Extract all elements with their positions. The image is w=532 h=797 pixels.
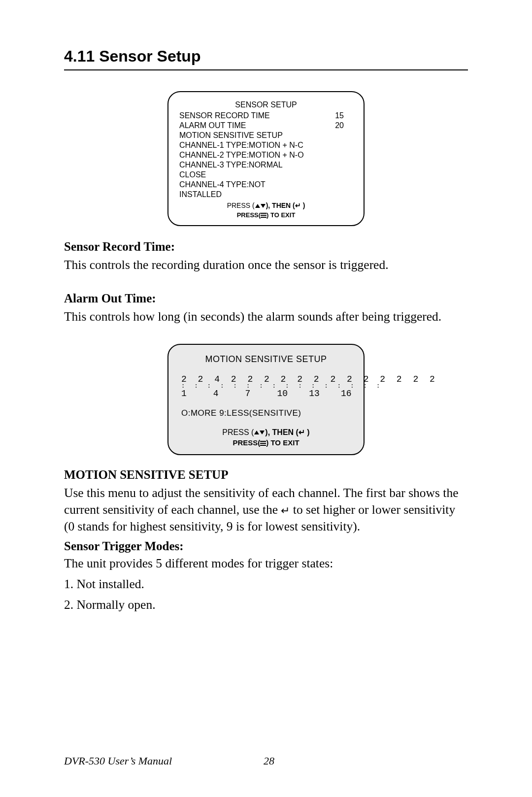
row-label: ALARM OUT TIME bbox=[179, 121, 246, 131]
row-value: 15 bbox=[335, 111, 353, 121]
motion-sensitive-screen-inner: MOTION SENSITIVE SETUP 2 2 4 2 2 2 2 2 2… bbox=[167, 344, 365, 455]
up-arrow-icon bbox=[255, 204, 260, 208]
screen1-title: SENSOR SETUP bbox=[179, 100, 353, 110]
screen1-line: CHANNEL-1 TYPE:MOTION + N-C bbox=[179, 140, 353, 150]
alarm-out-time-label: Alarm Out Time: bbox=[64, 292, 468, 305]
page-footer: DVR-530 User’s Manual 28 bbox=[64, 755, 172, 767]
sensitivity-legend: O:MORE 9:LESS(SENSITIVE) bbox=[181, 408, 351, 418]
section-heading: 4.11 Sensor Setup bbox=[64, 47, 468, 66]
screen2-press-line-1: PRESS (), THEN (↵ ) bbox=[181, 428, 351, 437]
press-text: ) TO EXIT bbox=[266, 211, 295, 219]
trigger-item: 2. Normally open. bbox=[64, 598, 468, 612]
screen1-line: CHANNEL-2 TYPE:MOTION + N-O bbox=[179, 150, 353, 160]
enter-icon: ↵ bbox=[299, 428, 305, 436]
sensor-setup-screen-inner: SENSOR SETUP SENSOR RECORD TIME 15 ALARM… bbox=[167, 91, 365, 226]
screen1-press-line-1: PRESS (), THEN (↵ ) bbox=[179, 201, 353, 210]
press-text: ) bbox=[301, 201, 305, 209]
screen1-line: CLOSE bbox=[179, 170, 353, 180]
sensor-record-time-label: Sensor Record Time: bbox=[64, 240, 468, 254]
sensitivity-index-row: 1 4 7 10 13 16 bbox=[181, 388, 351, 399]
section-rule bbox=[64, 69, 468, 70]
row-value: 20 bbox=[335, 121, 353, 131]
screen1-line: CHANNEL-3 TYPE:NORMAL bbox=[179, 160, 353, 170]
down-arrow-icon bbox=[261, 204, 266, 208]
up-arrow-icon bbox=[254, 431, 259, 434]
footer-page-number: 28 bbox=[264, 755, 274, 767]
screen1-line: MOTION SENSITIVE SETUP bbox=[179, 131, 353, 140]
screen1-line: CHANNEL-4 TYPE:NOT bbox=[179, 180, 353, 190]
screen2-press-line-2: PRESS() TO EXIT bbox=[181, 438, 351, 448]
enter-icon: ↵ bbox=[295, 201, 301, 209]
down-arrow-icon bbox=[260, 431, 265, 434]
trigger-intro: The unit provides 5 different modes for … bbox=[64, 556, 468, 571]
sensor-record-time-text: This controls the recording duration onc… bbox=[64, 257, 468, 273]
screen1-press-line-2: PRESS() TO EXIT bbox=[179, 211, 353, 219]
press-text: PRESS( bbox=[237, 211, 261, 219]
sensor-trigger-modes-label: Sensor Trigger Modes: bbox=[64, 539, 468, 553]
enter-icon: ↵ bbox=[281, 503, 290, 518]
sensor-setup-screen: SENSOR SETUP SENSOR RECORD TIME 15 ALARM… bbox=[167, 91, 365, 226]
menu-icon bbox=[260, 441, 266, 446]
manual-page: 4.11 Sensor Setup SENSOR SETUP SENSOR RE… bbox=[0, 0, 532, 797]
screen1-row-0: SENSOR RECORD TIME 15 bbox=[179, 111, 353, 121]
press-text: PRESS( bbox=[233, 438, 260, 447]
screen1-row-1: ALARM OUT TIME 20 bbox=[179, 121, 353, 131]
press-then: THEN ( bbox=[272, 201, 295, 209]
alarm-out-time-text: This controls how long (in seconds) the … bbox=[64, 308, 468, 325]
motion-sensitive-screen: MOTION SENSITIVE SETUP 2 2 4 2 2 2 2 2 2… bbox=[167, 344, 365, 455]
motion-sensitive-text: Use this menu to adjust the sensitivity … bbox=[64, 485, 468, 534]
trigger-item: 1. Not installed. bbox=[64, 577, 468, 592]
press-then: THEN ( bbox=[272, 428, 299, 436]
menu-icon bbox=[261, 213, 266, 218]
row-label: SENSOR RECORD TIME bbox=[179, 111, 270, 121]
press-text: ) TO EXIT bbox=[266, 438, 299, 447]
press-text: ), bbox=[265, 428, 272, 436]
motion-sensitive-heading: MOTION SENSITIVE SETUP bbox=[64, 468, 468, 482]
press-text: ) bbox=[305, 428, 310, 436]
screen1-line: INSTALLED bbox=[179, 190, 353, 199]
press-text: ), bbox=[266, 201, 272, 209]
press-text: PRESS ( bbox=[222, 428, 254, 436]
press-text: PRESS ( bbox=[227, 201, 255, 209]
footer-manual-name: DVR-530 User’s Manual bbox=[64, 755, 172, 767]
screen2-title: MOTION SENSITIVE SETUP bbox=[181, 354, 351, 365]
